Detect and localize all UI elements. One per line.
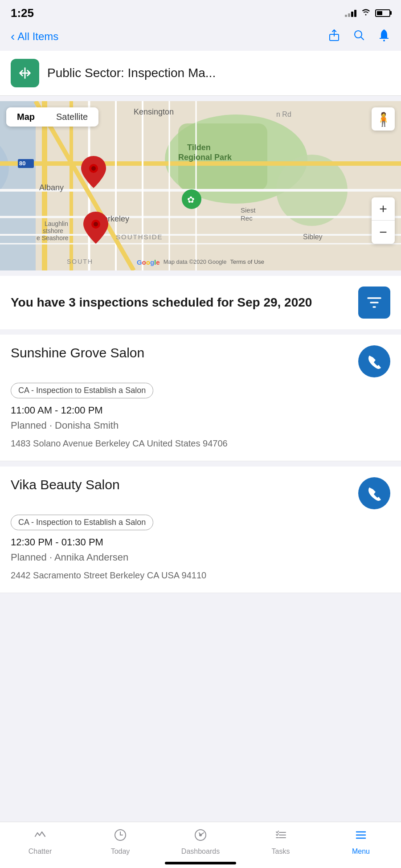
tab-today-label: Today	[111, 848, 130, 856]
card-status-0: Planned	[11, 420, 47, 431]
tab-dashboards-label: Dashboards	[181, 848, 220, 856]
svg-text:Tilden: Tilden	[187, 143, 211, 152]
card-title-1: Vika Beauty Salon	[11, 477, 351, 492]
back-label: All Items	[17, 30, 58, 43]
status-time: 1:25	[11, 6, 34, 20]
clock-icon	[114, 828, 127, 845]
tab-dashboards[interactable]: Dashboards	[178, 828, 223, 856]
card-time-1: 12:30 PM - 01:30 PM	[11, 536, 390, 548]
svg-text:✿: ✿	[187, 195, 195, 205]
call-button-0[interactable]	[358, 345, 390, 377]
battery-icon	[375, 9, 390, 17]
app-icon	[11, 59, 39, 87]
badge-1: CA - Inspection to Establish a Salon	[11, 515, 153, 530]
card-address-0: 1483 Solano Avenue Berkeley CA United St…	[11, 437, 390, 450]
zoom-out-button[interactable]: −	[372, 221, 395, 244]
tab-today[interactable]: Today	[98, 828, 143, 856]
svg-text:Laughlin: Laughlin	[45, 220, 68, 227]
card-header-1: Vika Beauty Salon	[11, 477, 390, 509]
activity-icon	[33, 828, 47, 845]
filter-icon	[366, 295, 382, 311]
chevron-left-icon: ‹	[11, 29, 15, 44]
map-container[interactable]: Tilden Regional Park Albany Berkeley Lau…	[0, 101, 401, 270]
person-icon: 🧍	[375, 111, 392, 127]
nav-actions	[328, 29, 390, 45]
app-title: Public Sector: Inspection Ma...	[47, 66, 216, 80]
card-status-1: Planned	[11, 552, 47, 563]
map-credit: Google Map data ©2020 Google Terms of Us…	[0, 258, 401, 266]
signal-icon	[345, 9, 356, 17]
map-zoom-controls[interactable]: + −	[372, 197, 395, 244]
card-inspector-0: Donisha Smith	[55, 420, 119, 431]
status-bar: 1:25	[0, 0, 401, 24]
card-separator-0: ·	[49, 420, 55, 431]
dashboard-icon	[194, 828, 207, 845]
svg-point-40	[91, 166, 96, 171]
map-tabs[interactable]: Map Satellite	[6, 107, 98, 127]
svg-text:Sibley: Sibley	[303, 233, 323, 241]
info-text: You have 3 inspections scheduled for Sep…	[11, 294, 358, 311]
tab-chatter-label: Chatter	[29, 848, 52, 856]
inspection-card-0[interactable]: Sunshine Grove Salon CA - Inspection to …	[0, 335, 401, 461]
info-section: You have 3 inspections scheduled for Sep…	[0, 276, 401, 329]
card-separator-1: ·	[49, 552, 54, 563]
status-icons	[345, 8, 390, 18]
svg-text:Kensington: Kensington	[134, 107, 174, 116]
svg-text:stshore: stshore	[43, 227, 63, 234]
card-title-0: Sunshine Grove Salon	[11, 345, 351, 360]
svg-text:Rec: Rec	[241, 214, 253, 222]
nav-bar: ‹ All Items	[0, 24, 401, 51]
svg-point-42	[94, 222, 98, 226]
share-icon[interactable]	[328, 29, 340, 45]
bell-icon[interactable]	[378, 29, 390, 45]
svg-text:e Seashore: e Seashore	[37, 234, 69, 242]
map-data-text: Map data ©2020 Google	[164, 258, 227, 266]
phone-icon-1	[367, 486, 382, 501]
svg-rect-7	[0, 101, 36, 270]
tasks-icon	[274, 828, 287, 845]
wifi-icon	[361, 8, 371, 18]
zoom-in-button[interactable]: +	[372, 197, 395, 221]
map-tab-satellite[interactable]: Satellite	[45, 107, 98, 127]
map-section[interactable]: Tilden Regional Park Albany Berkeley Lau…	[0, 101, 401, 270]
search-icon[interactable]	[353, 29, 365, 45]
inspection-card-1[interactable]: Vika Beauty Salon CA - Inspection to Est…	[0, 467, 401, 593]
tab-tasks-label: Tasks	[272, 848, 290, 856]
svg-text:Albany: Albany	[39, 183, 64, 192]
tab-chatter[interactable]: Chatter	[18, 828, 62, 856]
svg-point-2	[383, 40, 385, 41]
svg-text:Siest: Siest	[241, 206, 256, 214]
tab-bar: Chatter Today Dashboards	[0, 822, 401, 868]
svg-text:80: 80	[19, 160, 25, 167]
svg-text:SOUTHSIDE: SOUTHSIDE	[116, 233, 163, 241]
map-terms: Terms of Use	[230, 258, 264, 266]
svg-text:Regional Park: Regional Park	[178, 153, 232, 162]
street-view-button[interactable]: 🧍	[372, 107, 395, 131]
tab-tasks[interactable]: Tasks	[258, 828, 303, 856]
call-button-1[interactable]	[358, 477, 390, 509]
card-header-0: Sunshine Grove Salon	[11, 345, 390, 377]
home-indicator	[165, 862, 236, 864]
back-button[interactable]: ‹ All Items	[11, 29, 58, 44]
tab-menu[interactable]: Menu	[339, 828, 383, 856]
map-tab-map[interactable]: Map	[6, 107, 45, 127]
google-logo: Google	[137, 258, 160, 266]
phone-icon-0	[367, 354, 382, 369]
tab-menu-label: Menu	[352, 848, 370, 856]
card-meta-0: Planned · Donisha Smith	[11, 420, 390, 431]
card-meta-1: Planned · Annika Andersen	[11, 552, 390, 563]
svg-text:n Rd: n Rd	[276, 111, 291, 118]
card-address-1: 2442 Sacramento Street Berkeley CA USA 9…	[11, 569, 390, 582]
card-inspector-1: Annika Andersen	[54, 552, 128, 563]
card-time-0: 11:00 AM - 12:00 PM	[11, 405, 390, 416]
menu-icon	[354, 828, 368, 845]
filter-button[interactable]	[358, 287, 390, 319]
app-header: Public Sector: Inspection Ma...	[0, 51, 401, 96]
badge-0: CA - Inspection to Establish a Salon	[11, 383, 153, 398]
